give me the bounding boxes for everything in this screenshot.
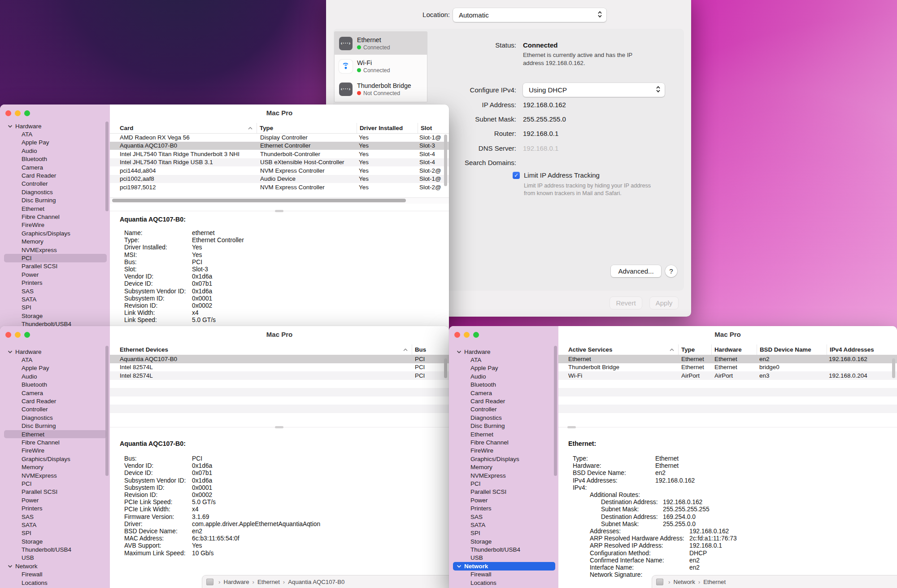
breadcrumb-item[interactable]: ›Ethernet: [695, 579, 726, 585]
sidebar-scrollbar[interactable]: [554, 346, 557, 476]
breadcrumb-item[interactable]: ›Ethernet: [249, 579, 280, 585]
table-row[interactable]: Intel 82574L PCI: [110, 371, 449, 380]
sidebar-item[interactable]: Parallel SCSI: [453, 488, 555, 496]
sidebar-item[interactable]: Apple Pay: [4, 139, 107, 147]
zoom-button[interactable]: [24, 332, 30, 338]
minimize-button[interactable]: [15, 110, 21, 116]
table-row[interactable]: [110, 413, 449, 422]
table-row[interactable]: [110, 405, 449, 413]
sidebar-item[interactable]: Fibre Channel: [453, 438, 555, 446]
minimize-button[interactable]: [15, 332, 21, 338]
sidebar-item[interactable]: FireWire: [4, 221, 107, 229]
sidebar-item[interactable]: Card Reader: [4, 397, 107, 405]
column-header-hardware[interactable]: Hardware: [711, 344, 757, 355]
location-select[interactable]: Automatic: [453, 8, 606, 22]
zoom-button[interactable]: [473, 332, 479, 338]
table-row[interactable]: Aquantia AQC107-B0 PCI: [110, 355, 449, 363]
help-button[interactable]: ?: [665, 265, 677, 277]
column-header-ipv4-addresses[interactable]: IPv4 Addresses: [827, 344, 897, 355]
sidebar-item[interactable]: Thunderbolt/USB4: [4, 545, 107, 553]
sidebar-item[interactable]: Hardware: [453, 348, 555, 356]
sidebar-item[interactable]: Memory: [4, 237, 107, 245]
sidebar-item[interactable]: Memory: [453, 463, 555, 471]
sidebar-item[interactable]: Controller: [4, 180, 107, 188]
table-vertical-scrollbar[interactable]: [444, 135, 447, 186]
sidebar-item[interactable]: SATA: [453, 521, 555, 529]
sidebar-item[interactable]: USB: [4, 554, 107, 562]
sidebar-item[interactable]: Controller: [453, 405, 555, 414]
sidebar-item[interactable]: Storage: [453, 537, 555, 545]
sidebar-item[interactable]: Audio: [4, 372, 107, 380]
column-header-slot[interactable]: Slot: [418, 123, 449, 133]
column-header-type[interactable]: Type: [678, 344, 711, 355]
sidebar-item[interactable]: Graphics/Displays: [453, 455, 555, 463]
table-vertical-scrollbar[interactable]: [444, 358, 447, 378]
sidebar-item[interactable]: Power: [4, 270, 107, 279]
sidebar-item[interactable]: Ethernet: [4, 205, 107, 213]
sidebar-item[interactable]: Power: [453, 496, 555, 504]
sidebar-item[interactable]: Apple Pay: [453, 364, 555, 372]
sidebar-item[interactable]: Ethernet: [453, 430, 555, 438]
splitter-handle[interactable]: [275, 426, 283, 428]
sidebar-item[interactable]: NVMExpress: [4, 471, 107, 479]
sidebar-scrollbar[interactable]: [105, 122, 109, 211]
zoom-button[interactable]: [24, 110, 30, 116]
sidebar-item[interactable]: NVMExpress: [4, 246, 107, 254]
sidebar-item[interactable]: Locations: [453, 579, 555, 587]
sidebar-item[interactable]: Printers: [4, 504, 107, 512]
sidebar-item[interactable]: Parallel SCSI: [4, 262, 107, 270]
sidebar-item[interactable]: Storage: [4, 537, 107, 545]
sidebar-item[interactable]: Diagnostics: [4, 414, 107, 422]
splitter[interactable]: [558, 427, 897, 427]
sidebar-item[interactable]: Network: [4, 562, 107, 570]
table-row[interactable]: [110, 388, 449, 396]
table-row[interactable]: Intel JHL7540 Titan Ridge USB 3.1 USB eX…: [110, 158, 449, 167]
sidebar-item[interactable]: Bluetooth: [4, 381, 107, 389]
sidebar-item[interactable]: Camera: [453, 389, 555, 397]
sidebar-item[interactable]: ATA: [4, 356, 107, 364]
sidebar-item[interactable]: Thunderbolt/USB4: [453, 545, 555, 553]
sidebar-item[interactable]: Graphics/Displays: [4, 229, 107, 237]
close-button[interactable]: [5, 332, 11, 338]
sidebar-item[interactable]: Card Reader: [453, 397, 555, 405]
sidebar-item[interactable]: Disc Burning: [4, 196, 107, 205]
sidebar-item[interactable]: Storage: [4, 312, 107, 320]
table-row[interactable]: pci144d,a804 NVM Express Controller Yes …: [110, 166, 449, 175]
sidebar-item[interactable]: Diagnostics: [4, 188, 107, 196]
table-row[interactable]: [558, 388, 897, 396]
column-header-card[interactable]: Card: [120, 123, 257, 133]
table-row[interactable]: [110, 396, 449, 405]
sidebar-item[interactable]: USB: [453, 554, 555, 562]
column-header-type[interactable]: Type: [257, 123, 357, 133]
table-row[interactable]: Thunderbolt Bridge Ethernet Ethernet bri…: [558, 363, 897, 372]
table-row[interactable]: [558, 396, 897, 405]
table-vertical-scrollbar[interactable]: [892, 358, 895, 378]
sidebar-item[interactable]: SPI: [4, 304, 107, 312]
limit-ip-tracking-checkbox[interactable]: ✓: [513, 172, 520, 179]
sidebar-item[interactable]: ATA: [4, 130, 107, 138]
sidebar-item[interactable]: SAS: [4, 287, 107, 295]
close-button[interactable]: [454, 332, 460, 338]
sidebar-item[interactable]: SAS: [4, 513, 107, 521]
sidebar-item[interactable]: Apple Pay: [4, 364, 107, 372]
network-service-item[interactable]: Wi-Fi Connected: [335, 55, 427, 78]
sidebar-item[interactable]: Power: [4, 496, 107, 504]
table-row[interactable]: [558, 380, 897, 388]
table-row[interactable]: [558, 413, 897, 422]
sidebar-item[interactable]: Network: [453, 562, 555, 570]
column-header-bus[interactable]: Bus: [412, 344, 449, 355]
sidebar-item[interactable]: SPI: [453, 529, 555, 537]
sidebar-item[interactable]: SPI: [4, 529, 107, 537]
breadcrumb-item[interactable]: ›Aquantia AQC107-B0: [280, 579, 345, 585]
column-header-ethernet-devices[interactable]: Ethernet Devices: [120, 344, 412, 355]
breadcrumb-item[interactable]: ›Network: [665, 579, 695, 585]
configure-ipv4-select[interactable]: Using DHCP: [523, 83, 665, 97]
table-row[interactable]: pci1987,5012 NVM Express Controller Yes …: [110, 183, 449, 192]
column-header-driver-installed[interactable]: Driver Installed: [357, 123, 418, 133]
revert-button[interactable]: Revert: [610, 297, 642, 309]
sidebar-item[interactable]: Printers: [4, 279, 107, 287]
sidebar-item[interactable]: Diagnostics: [453, 414, 555, 422]
sidebar-item[interactable]: SAS: [453, 513, 555, 521]
column-header-bsd-device-name[interactable]: BSD Device Name: [757, 344, 827, 355]
sidebar-item[interactable]: SATA: [4, 521, 107, 529]
